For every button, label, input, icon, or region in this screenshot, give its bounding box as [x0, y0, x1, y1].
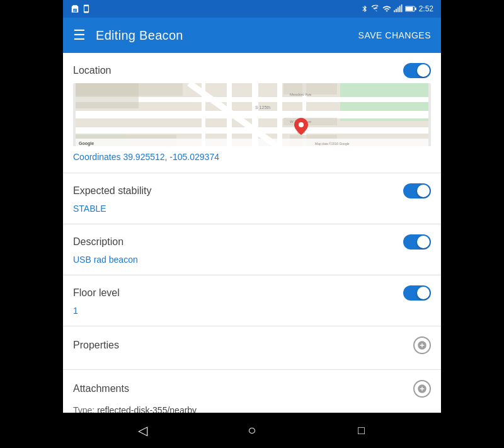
attachment-type-row: Type: reflected-disk-355/nearby — [73, 403, 427, 413]
svg-point-30 — [299, 122, 304, 127]
svg-rect-31 — [76, 139, 428, 146]
add-property-button[interactable] — [413, 336, 431, 354]
description-section: Description USB rad beacon — [63, 224, 441, 275]
coordinates-link[interactable]: Coordinates 39.925512, -105.029374 — [73, 152, 219, 162]
svg-rect-3 — [399, 6, 400, 12]
stability-toggle[interactable] — [403, 183, 431, 198]
attachments-header: Attachments — [73, 380, 431, 398]
map-container[interactable]: S 125th Meadow Ave W 125th Ave Google Ma… — [73, 83, 431, 146]
content-area: Location — [63, 53, 441, 413]
svg-rect-4 — [401, 4, 402, 12]
attachment-info: Type: reflected-disk-355/nearby Data: Oh… — [73, 403, 427, 413]
svg-rect-1 — [396, 9, 397, 12]
svg-rect-15 — [277, 83, 282, 146]
floor-level-toggle[interactable] — [403, 285, 431, 301]
phone-icon — [82, 4, 91, 13]
svg-rect-21 — [76, 83, 139, 108]
location-toggle[interactable] — [403, 63, 431, 78]
attachments-section: Attachments Type: reflected-disk-355/nea… — [63, 370, 441, 413]
status-icons-left — [71, 4, 91, 13]
svg-text:Google: Google — [79, 141, 94, 146]
svg-text:Meadow Ave: Meadow Ave — [290, 93, 312, 96]
description-header: Description — [73, 234, 431, 250]
description-toggle[interactable] — [403, 234, 431, 250]
status-bar: 2:52 — [63, 0, 441, 18]
back-button[interactable]: ◁ — [134, 421, 152, 440]
sim-icon — [71, 4, 79, 13]
floor-level-value: 1 — [73, 306, 431, 316]
svg-text:Map data ©2016 Google: Map data ©2016 Google — [315, 142, 350, 146]
svg-text:S 125th: S 125th — [255, 105, 270, 110]
floor-level-section: Floor level 1 — [63, 275, 441, 326]
location-header: Location — [73, 63, 431, 78]
floor-level-header: Floor level — [73, 285, 431, 301]
properties-header: Properties — [73, 336, 431, 354]
app-bar: ☰ Editing Beacon SAVE CHANGES — [63, 18, 441, 53]
home-button[interactable]: ○ — [243, 421, 261, 440]
properties-section: Properties — [63, 326, 441, 370]
attachment-item[interactable]: Type: reflected-disk-355/nearby Data: Oh… — [73, 403, 431, 413]
map-image: S 125th Meadow Ave W 125th Ave Google Ma… — [73, 83, 431, 146]
signal-off-icon — [371, 4, 380, 13]
save-changes-button[interactable]: SAVE CHANGES — [358, 30, 431, 40]
status-icons-right: 2:52 — [361, 4, 433, 13]
stability-header: Expected stability — [73, 183, 431, 198]
stability-label: Expected stability — [73, 185, 152, 197]
properties-label: Properties — [73, 340, 119, 351]
recents-button[interactable]: □ — [352, 421, 370, 440]
svg-rect-2 — [397, 8, 398, 13]
expected-stability-section: Expected stability STABLE — [63, 173, 441, 224]
menu-icon[interactable]: ☰ — [73, 27, 86, 43]
nav-bar: ◁ ○ □ — [63, 413, 441, 448]
page-title: Editing Beacon — [96, 28, 358, 43]
battery-icon — [405, 5, 416, 13]
signal-bars-icon — [394, 4, 403, 13]
svg-rect-7 — [415, 8, 416, 10]
attachments-label: Attachments — [73, 383, 129, 394]
description-value: USB rad beacon — [73, 255, 431, 265]
wifi-icon — [382, 4, 391, 13]
location-label: Location — [73, 65, 112, 76]
svg-rect-0 — [394, 10, 395, 12]
bluetooth-icon — [361, 4, 369, 13]
time-display: 2:52 — [419, 4, 433, 13]
description-label: Description — [73, 236, 123, 248]
svg-rect-6 — [406, 7, 413, 11]
stability-value: STABLE — [73, 204, 431, 214]
floor-level-label: Floor level — [73, 287, 120, 299]
type-label: Type: — [73, 405, 94, 413]
svg-rect-14 — [252, 83, 258, 146]
location-section: Location — [63, 53, 441, 173]
add-attachment-button[interactable] — [413, 380, 431, 398]
type-value: reflected-disk-355/nearby — [97, 405, 197, 413]
add-circle-attachment-icon — [417, 384, 427, 394]
add-circle-icon — [417, 340, 427, 350]
